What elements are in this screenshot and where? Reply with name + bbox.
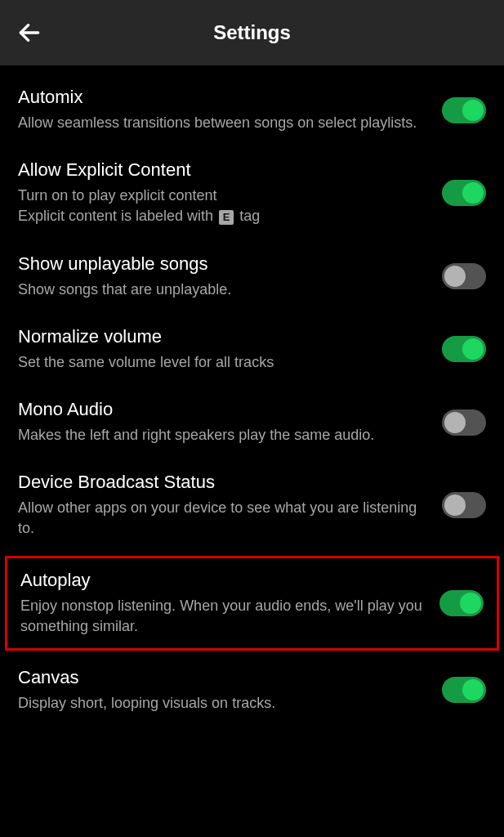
setting-description: Display short, looping visuals on tracks…: [18, 693, 432, 714]
toggle-knob: [460, 593, 481, 614]
setting-description: Allow other apps on your device to see w…: [18, 498, 432, 539]
setting-title: Mono Audio: [18, 399, 432, 420]
setting-normalize: Normalize volume Set the same volume lev…: [0, 313, 504, 386]
toggle-knob: [462, 100, 484, 121]
settings-list: Automix Allow seamless transitions betwe…: [0, 65, 504, 735]
explicit-badge-icon: E: [219, 210, 234, 225]
desc-line2-post: tag: [235, 208, 260, 224]
setting-title: Canvas: [18, 667, 432, 688]
toggle-normalize[interactable]: [442, 336, 486, 362]
header: Settings: [0, 0, 504, 65]
setting-description: Allow seamless transitions between songs…: [18, 113, 432, 133]
toggle-knob: [462, 338, 484, 360]
setting-autoplay: Autoplay Enjoy nonstop listening. When y…: [5, 556, 499, 651]
setting-content: Canvas Display short, looping visuals on…: [18, 667, 432, 714]
setting-title: Automix: [18, 87, 432, 108]
setting-unplayable: Show unplayable songs Show songs that ar…: [0, 240, 504, 313]
setting-description: Enjoy nonstop listening. When your audio…: [20, 596, 430, 637]
setting-description: Set the same volume level for all tracks: [18, 352, 432, 373]
setting-content: Automix Allow seamless transitions betwe…: [18, 87, 432, 133]
setting-canvas: Canvas Display short, looping visuals on…: [0, 654, 504, 727]
back-button[interactable]: [16, 20, 42, 46]
toggle-knob: [462, 679, 484, 700]
setting-title: Autoplay: [20, 570, 430, 591]
toggle-automix[interactable]: [442, 97, 486, 123]
toggle-explicit[interactable]: [442, 180, 486, 206]
setting-content: Normalize volume Set the same volume lev…: [18, 326, 432, 373]
toggle-knob: [444, 495, 466, 516]
toggle-canvas[interactable]: [442, 677, 486, 703]
setting-description: Makes the left and right speakers play t…: [18, 425, 432, 445]
setting-explicit: Allow Explicit Content Turn on to play e…: [0, 146, 504, 239]
toggle-mono[interactable]: [442, 410, 486, 436]
toggle-autoplay[interactable]: [439, 590, 484, 616]
setting-mono: Mono Audio Makes the left and right spea…: [0, 386, 504, 459]
setting-title: Show unplayable songs: [18, 253, 432, 275]
setting-broadcast: Device Broadcast Status Allow other apps…: [0, 459, 504, 552]
toggle-knob: [462, 182, 484, 204]
setting-title: Normalize volume: [18, 326, 432, 347]
desc-line2-pre: Explicit content is labeled with: [18, 208, 217, 224]
back-arrow-icon: [16, 20, 42, 46]
setting-content: Device Broadcast Status Allow other apps…: [18, 472, 432, 539]
setting-content: Autoplay Enjoy nonstop listening. When y…: [20, 570, 430, 637]
setting-content: Allow Explicit Content Turn on to play e…: [18, 159, 432, 226]
setting-description: Show songs that are unplayable.: [18, 280, 432, 300]
toggle-knob: [444, 266, 466, 287]
setting-content: Show unplayable songs Show songs that ar…: [18, 253, 432, 300]
setting-title: Allow Explicit Content: [18, 159, 432, 181]
setting-content: Mono Audio Makes the left and right spea…: [18, 399, 432, 445]
setting-automix: Automix Allow seamless transitions betwe…: [0, 74, 504, 146]
toggle-unplayable[interactable]: [442, 263, 486, 289]
page-title: Settings: [16, 21, 488, 44]
toggle-broadcast[interactable]: [442, 492, 486, 518]
setting-title: Device Broadcast Status: [18, 472, 432, 493]
desc-line1: Turn on to play explicit content: [18, 187, 216, 204]
setting-description: Turn on to play explicit content Explici…: [18, 186, 432, 226]
toggle-knob: [444, 412, 466, 433]
